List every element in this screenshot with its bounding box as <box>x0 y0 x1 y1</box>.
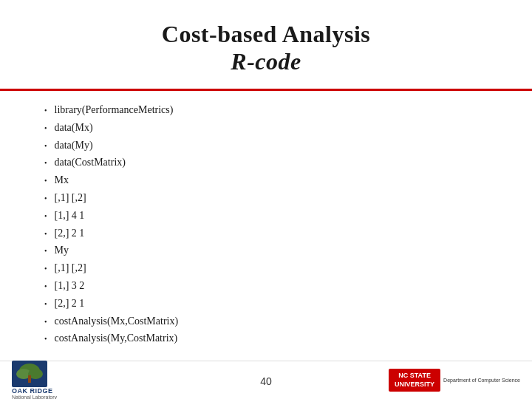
list-item-text: library(PerformanceMetrics) <box>55 101 174 119</box>
list-item-text: data(CostMatrix) <box>55 154 126 171</box>
list-item: •costAnalysis(Mx,CostMatrix) <box>44 313 488 330</box>
list-item: •[1,] 3 2 <box>44 277 488 295</box>
list-item: •[,1] [,2] <box>44 189 488 207</box>
bullet-point: • <box>44 104 47 117</box>
slide-page: Cost-based Analysis R-code •library(Perf… <box>0 0 532 399</box>
bullet-point: • <box>44 210 47 222</box>
list-item-text: costAnalysis(My,CostMatrix) <box>55 330 178 347</box>
bullet-point: • <box>44 316 47 328</box>
list-item: •data(CostMatrix) <box>44 154 488 171</box>
bullet-point: • <box>44 157 47 169</box>
slide-title-line2: R-code <box>30 48 502 75</box>
ncstate-logo: NC STATE UNIVERSITY Department of Comput… <box>389 369 520 392</box>
list-item-text: costAnalysis(Mx,CostMatrix) <box>55 313 179 330</box>
list-item: •[1,] 4 1 <box>44 207 488 225</box>
list-item: •data(Mx) <box>44 119 488 137</box>
list-item-text: [2,] 2 1 <box>55 225 85 242</box>
bullet-point: • <box>44 174 47 187</box>
list-item: •library(PerformanceMetrics) <box>44 101 488 119</box>
slide-header: Cost-based Analysis R-code <box>0 0 532 83</box>
svg-rect-4 <box>28 375 31 383</box>
bullet-point: • <box>44 262 47 275</box>
list-item-text: [,1] [,2] <box>55 259 86 277</box>
list-item: •Mx <box>44 171 488 189</box>
bullet-point: • <box>44 298 47 310</box>
oak-ridge-icon <box>12 361 47 387</box>
list-item-text: data(Mx) <box>55 119 93 137</box>
list-item-text: [1,] 4 1 <box>55 207 85 225</box>
slide-footer: OAK RIDGE National Laboratory 40 NC STAT… <box>0 361 532 399</box>
bullet-point: • <box>44 192 47 205</box>
code-list: •library(PerformanceMetrics)•data(Mx)•da… <box>44 101 488 347</box>
list-item-text: [1,] 3 2 <box>55 277 85 295</box>
list-item-text: [2,] 2 1 <box>55 295 85 313</box>
list-item-text: My <box>55 242 69 259</box>
ncstate-badge: NC STATE UNIVERSITY <box>389 369 440 392</box>
list-item: •data(My) <box>44 137 488 154</box>
bullet-point: • <box>44 245 47 257</box>
list-item-text: [,1] [,2] <box>55 189 86 207</box>
list-item-text: data(My) <box>55 137 93 154</box>
bullet-point: • <box>44 332 47 345</box>
slide-content: •library(PerformanceMetrics)•data(Mx)•da… <box>0 91 532 355</box>
oak-ridge-logo: OAK RIDGE National Laboratory <box>12 361 57 399</box>
oak-ridge-label: OAK RIDGE National Laboratory <box>12 387 57 399</box>
list-item: •[,1] [,2] <box>44 259 488 277</box>
list-item: •costAnalysis(My,CostMatrix) <box>44 330 488 347</box>
list-item: •[2,] 2 1 <box>44 295 488 313</box>
page-number: 40 <box>260 375 272 387</box>
list-item-text: Mx <box>55 171 69 189</box>
bullet-point: • <box>44 122 47 134</box>
slide-title-line1: Cost-based Analysis <box>30 21 502 48</box>
bullet-point: • <box>44 228 47 240</box>
bullet-point: • <box>44 280 47 293</box>
list-item: •My <box>44 242 488 259</box>
footer-left: OAK RIDGE National Laboratory <box>12 361 57 399</box>
list-item: •[2,] 2 1 <box>44 225 488 242</box>
ncstate-subtext: Department of Computer Science <box>443 377 520 383</box>
bullet-point: • <box>44 140 47 152</box>
